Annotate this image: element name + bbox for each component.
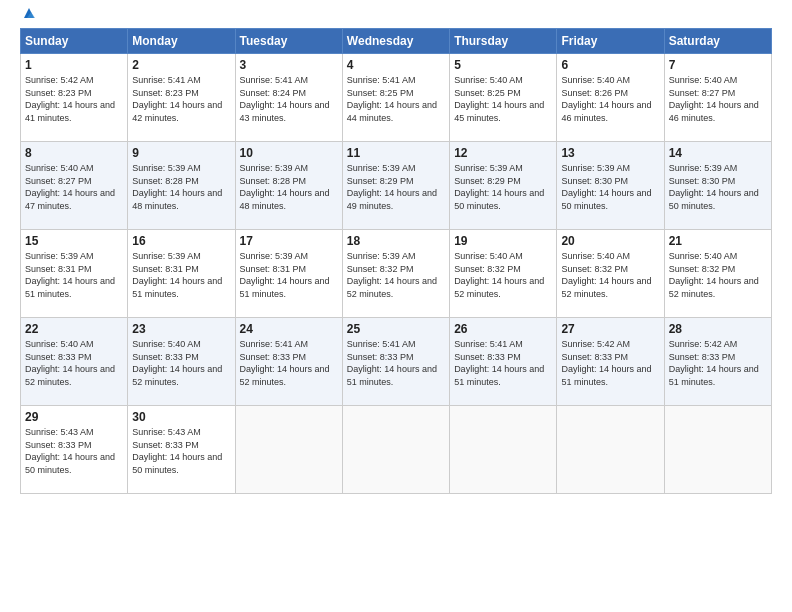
header-row: Sunday Monday Tuesday Wednesday Thursday… [21, 29, 772, 54]
day-info: Sunrise: 5:39 AMSunset: 8:31 PMDaylight:… [25, 251, 115, 299]
day-info: Sunrise: 5:40 AMSunset: 8:33 PMDaylight:… [132, 339, 222, 387]
day-info: Sunrise: 5:39 AMSunset: 8:28 PMDaylight:… [240, 163, 330, 211]
day-info: Sunrise: 5:40 AMSunset: 8:27 PMDaylight:… [25, 163, 115, 211]
day-info: Sunrise: 5:39 AMSunset: 8:31 PMDaylight:… [240, 251, 330, 299]
day-number: 25 [347, 322, 445, 336]
day-info: Sunrise: 5:40 AMSunset: 8:32 PMDaylight:… [454, 251, 544, 299]
day-info: Sunrise: 5:39 AMSunset: 8:29 PMDaylight:… [454, 163, 544, 211]
table-row [342, 406, 449, 494]
day-number: 24 [240, 322, 338, 336]
table-row: 13Sunrise: 5:39 AMSunset: 8:30 PMDayligh… [557, 142, 664, 230]
table-row [664, 406, 771, 494]
table-row: 28Sunrise: 5:42 AMSunset: 8:33 PMDayligh… [664, 318, 771, 406]
day-info: Sunrise: 5:40 AMSunset: 8:32 PMDaylight:… [669, 251, 759, 299]
day-info: Sunrise: 5:41 AMSunset: 8:33 PMDaylight:… [240, 339, 330, 387]
day-info: Sunrise: 5:43 AMSunset: 8:33 PMDaylight:… [25, 427, 115, 475]
calendar-body: 1Sunrise: 5:42 AMSunset: 8:23 PMDaylight… [21, 54, 772, 494]
table-row: 30Sunrise: 5:43 AMSunset: 8:33 PMDayligh… [128, 406, 235, 494]
table-row: 15Sunrise: 5:39 AMSunset: 8:31 PMDayligh… [21, 230, 128, 318]
table-row [557, 406, 664, 494]
day-number: 26 [454, 322, 552, 336]
day-info: Sunrise: 5:40 AMSunset: 8:32 PMDaylight:… [561, 251, 651, 299]
day-info: Sunrise: 5:39 AMSunset: 8:31 PMDaylight:… [132, 251, 222, 299]
table-row: 1Sunrise: 5:42 AMSunset: 8:23 PMDaylight… [21, 54, 128, 142]
table-row: 23Sunrise: 5:40 AMSunset: 8:33 PMDayligh… [128, 318, 235, 406]
day-number: 19 [454, 234, 552, 248]
day-number: 23 [132, 322, 230, 336]
day-number: 6 [561, 58, 659, 72]
col-friday: Friday [557, 29, 664, 54]
day-number: 14 [669, 146, 767, 160]
day-number: 12 [454, 146, 552, 160]
day-number: 8 [25, 146, 123, 160]
day-number: 30 [132, 410, 230, 424]
day-number: 10 [240, 146, 338, 160]
day-info: Sunrise: 5:41 AMSunset: 8:23 PMDaylight:… [132, 75, 222, 123]
table-row: 4Sunrise: 5:41 AMSunset: 8:25 PMDaylight… [342, 54, 449, 142]
table-row [235, 406, 342, 494]
day-info: Sunrise: 5:42 AMSunset: 8:33 PMDaylight:… [561, 339, 651, 387]
day-number: 22 [25, 322, 123, 336]
day-info: Sunrise: 5:42 AMSunset: 8:23 PMDaylight:… [25, 75, 115, 123]
day-info: Sunrise: 5:41 AMSunset: 8:33 PMDaylight:… [347, 339, 437, 387]
day-number: 5 [454, 58, 552, 72]
logo-icon [22, 6, 36, 20]
table-row: 21Sunrise: 5:40 AMSunset: 8:32 PMDayligh… [664, 230, 771, 318]
day-info: Sunrise: 5:40 AMSunset: 8:27 PMDaylight:… [669, 75, 759, 123]
table-row: 18Sunrise: 5:39 AMSunset: 8:32 PMDayligh… [342, 230, 449, 318]
table-row: 12Sunrise: 5:39 AMSunset: 8:29 PMDayligh… [450, 142, 557, 230]
day-number: 21 [669, 234, 767, 248]
table-row: 24Sunrise: 5:41 AMSunset: 8:33 PMDayligh… [235, 318, 342, 406]
col-wednesday: Wednesday [342, 29, 449, 54]
day-number: 2 [132, 58, 230, 72]
day-number: 16 [132, 234, 230, 248]
table-row: 8Sunrise: 5:40 AMSunset: 8:27 PMDaylight… [21, 142, 128, 230]
day-info: Sunrise: 5:41 AMSunset: 8:25 PMDaylight:… [347, 75, 437, 123]
col-sunday: Sunday [21, 29, 128, 54]
day-info: Sunrise: 5:39 AMSunset: 8:32 PMDaylight:… [347, 251, 437, 299]
day-info: Sunrise: 5:40 AMSunset: 8:25 PMDaylight:… [454, 75, 544, 123]
col-saturday: Saturday [664, 29, 771, 54]
col-thursday: Thursday [450, 29, 557, 54]
day-number: 27 [561, 322, 659, 336]
day-number: 29 [25, 410, 123, 424]
table-row: 26Sunrise: 5:41 AMSunset: 8:33 PMDayligh… [450, 318, 557, 406]
day-info: Sunrise: 5:39 AMSunset: 8:30 PMDaylight:… [669, 163, 759, 211]
calendar-header: Sunday Monday Tuesday Wednesday Thursday… [21, 29, 772, 54]
day-number: 9 [132, 146, 230, 160]
table-row: 29Sunrise: 5:43 AMSunset: 8:33 PMDayligh… [21, 406, 128, 494]
table-row: 22Sunrise: 5:40 AMSunset: 8:33 PMDayligh… [21, 318, 128, 406]
day-number: 28 [669, 322, 767, 336]
table-row: 9Sunrise: 5:39 AMSunset: 8:28 PMDaylight… [128, 142, 235, 230]
day-number: 4 [347, 58, 445, 72]
table-row: 20Sunrise: 5:40 AMSunset: 8:32 PMDayligh… [557, 230, 664, 318]
day-number: 11 [347, 146, 445, 160]
day-number: 20 [561, 234, 659, 248]
calendar: Sunday Monday Tuesday Wednesday Thursday… [20, 28, 772, 494]
day-number: 7 [669, 58, 767, 72]
page: Sunday Monday Tuesday Wednesday Thursday… [0, 0, 792, 612]
table-row: 7Sunrise: 5:40 AMSunset: 8:27 PMDaylight… [664, 54, 771, 142]
day-number: 15 [25, 234, 123, 248]
table-row: 14Sunrise: 5:39 AMSunset: 8:30 PMDayligh… [664, 142, 771, 230]
table-row: 3Sunrise: 5:41 AMSunset: 8:24 PMDaylight… [235, 54, 342, 142]
col-tuesday: Tuesday [235, 29, 342, 54]
table-row: 11Sunrise: 5:39 AMSunset: 8:29 PMDayligh… [342, 142, 449, 230]
day-info: Sunrise: 5:42 AMSunset: 8:33 PMDaylight:… [669, 339, 759, 387]
day-info: Sunrise: 5:41 AMSunset: 8:33 PMDaylight:… [454, 339, 544, 387]
table-row: 16Sunrise: 5:39 AMSunset: 8:31 PMDayligh… [128, 230, 235, 318]
day-number: 1 [25, 58, 123, 72]
day-info: Sunrise: 5:39 AMSunset: 8:30 PMDaylight:… [561, 163, 651, 211]
header [20, 16, 772, 20]
day-info: Sunrise: 5:39 AMSunset: 8:28 PMDaylight:… [132, 163, 222, 211]
table-row: 10Sunrise: 5:39 AMSunset: 8:28 PMDayligh… [235, 142, 342, 230]
day-number: 18 [347, 234, 445, 248]
table-row: 19Sunrise: 5:40 AMSunset: 8:32 PMDayligh… [450, 230, 557, 318]
table-row: 27Sunrise: 5:42 AMSunset: 8:33 PMDayligh… [557, 318, 664, 406]
logo [20, 16, 36, 20]
table-row: 2Sunrise: 5:41 AMSunset: 8:23 PMDaylight… [128, 54, 235, 142]
day-number: 17 [240, 234, 338, 248]
table-row: 5Sunrise: 5:40 AMSunset: 8:25 PMDaylight… [450, 54, 557, 142]
day-info: Sunrise: 5:40 AMSunset: 8:26 PMDaylight:… [561, 75, 651, 123]
day-info: Sunrise: 5:40 AMSunset: 8:33 PMDaylight:… [25, 339, 115, 387]
